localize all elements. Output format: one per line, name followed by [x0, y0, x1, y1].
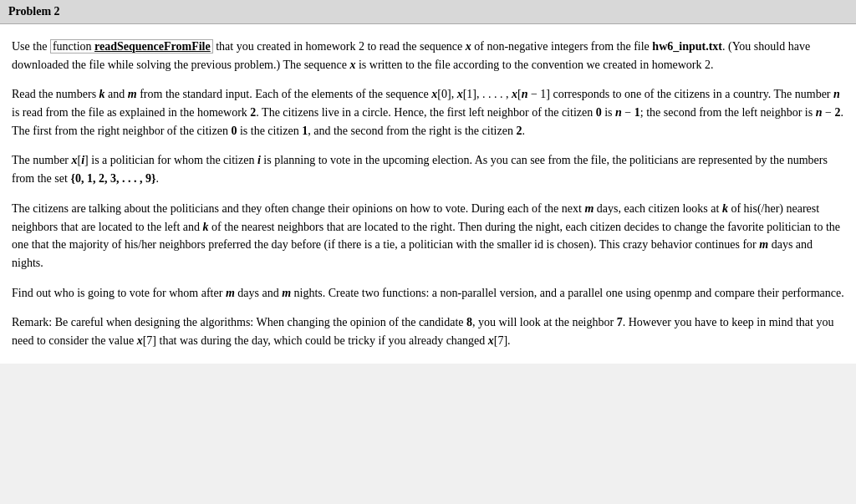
function-highlight: function readSequenceFromFile [50, 39, 213, 53]
math-x-2: x [349, 59, 355, 71]
math-xi: x [72, 154, 78, 166]
math-i-2: i [257, 154, 261, 166]
neighbor-7: 7 [617, 316, 623, 328]
paragraph-3: The number x[i] is a politician for whom… [12, 151, 844, 187]
math-m-1: m [128, 88, 137, 100]
math-m-4: m [226, 287, 235, 299]
math-k-1: k [99, 88, 105, 100]
paragraph-5: Find out who is going to vote for whom a… [12, 284, 844, 303]
paragraph-2: Read the numbers k and m from the standa… [12, 85, 844, 140]
content-area: Use the function readSequenceFromFile th… [0, 24, 856, 364]
math-n-4: n [816, 106, 823, 119]
citizen-0-2: 0 [231, 125, 237, 137]
candidate-8: 8 [466, 316, 472, 328]
math-set: {0, 1, 2, 3, . . . , 9} [70, 172, 155, 185]
val-1: 1 [634, 106, 640, 119]
math-k-2: k [722, 202, 728, 215]
problem-header: Problem 2 [0, 0, 856, 24]
math-m-5: m [282, 287, 291, 299]
math-n-3: n [615, 106, 622, 119]
math-n-2: n [833, 88, 840, 100]
hw2-ref-1: 2 [250, 106, 256, 119]
page-container: Problem 2 Use the function readSequenceF… [0, 0, 856, 504]
math-x-seq: x [431, 88, 437, 100]
math-x7-2: x [488, 334, 494, 347]
math-x-1: x [466, 40, 471, 53]
math-xn: x [512, 88, 517, 100]
function-name: readSequenceFromFile [94, 40, 211, 53]
paragraph-1: Use the function readSequenceFromFile th… [12, 38, 844, 74]
citizen-2: 2 [516, 125, 522, 137]
math-i: i [81, 154, 84, 166]
citizen-1: 1 [302, 125, 308, 137]
citizen-0-1: 0 [596, 106, 602, 119]
math-x1: x [457, 88, 463, 100]
math-k-3: k [203, 221, 209, 233]
math-n-1: n [522, 88, 528, 100]
math-m-3: m [759, 238, 768, 251]
filename: hw6_input.txt [652, 40, 722, 53]
math-m-2: m [584, 202, 594, 215]
math-x7: x [137, 334, 143, 347]
problem-title: Problem 2 [8, 5, 60, 18]
val-2: 2 [834, 106, 840, 119]
paragraph-4: The citizens are talking about the polit… [12, 200, 844, 272]
paragraph-6: Remark: Be careful when designing the al… [12, 313, 844, 349]
